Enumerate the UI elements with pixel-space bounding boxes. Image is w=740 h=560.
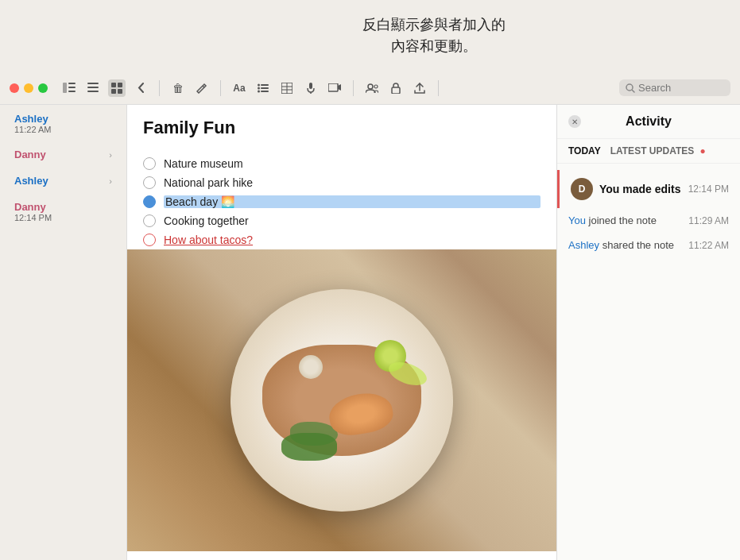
activity-entry-edits: D You made edits 12:14 PM <box>557 170 740 208</box>
svg-rect-0 <box>63 83 67 93</box>
sidebar-time-ashley-1: 11:22 AM <box>14 125 112 134</box>
tooltip-area: 反白顯示參與者加入的 內容和更動。 <box>127 0 740 71</box>
window-controls <box>10 83 48 93</box>
checklist-item-nature[interactable]: Nature museum <box>127 154 556 173</box>
checkbox-hike[interactable] <box>143 176 156 189</box>
sidebar-name-ashley-2: Ashley <box>14 175 48 187</box>
sidebar-time-danny-2: 12:14 PM <box>14 213 112 222</box>
media-icon[interactable] <box>326 79 343 97</box>
sidebar-arrow-ashley-2: › <box>109 176 112 186</box>
activity-close-button[interactable]: ✕ <box>568 115 581 128</box>
list-view-icon[interactable] <box>84 79 102 97</box>
activity-panel: ✕ Activity TODAY LATEST UPDATES ● D You … <box>557 105 740 560</box>
sidebar: Ashley 11:22 AM Danny › Ashley › Danny 1… <box>0 105 127 560</box>
close-button[interactable] <box>10 83 19 93</box>
grid-view-icon[interactable] <box>108 79 126 97</box>
share-icon[interactable] <box>411 79 428 97</box>
activity-shared-row: Ashley shared the note 11:22 AM <box>568 239 729 251</box>
svg-point-14 <box>258 87 260 89</box>
avatar-danny: D <box>571 178 593 200</box>
search-box[interactable] <box>619 79 730 96</box>
svg-rect-22 <box>309 83 312 89</box>
activity-tabs: TODAY LATEST UPDATES ● <box>557 139 740 164</box>
audio-icon[interactable] <box>302 79 320 97</box>
toolbar: 🗑 Aa <box>0 71 740 105</box>
format-list-icon[interactable] <box>254 79 272 97</box>
activity-shared-time: 11:22 AM <box>688 240 729 251</box>
activity-joined-text: You joined the note <box>568 214 657 226</box>
toolbar-separator-1 <box>159 80 160 96</box>
checklist-item-hike[interactable]: National park hike <box>127 173 556 192</box>
table-icon[interactable] <box>278 79 296 97</box>
checkbox-nature[interactable] <box>143 157 156 170</box>
item-text-tacos: How about tacos? <box>164 234 540 246</box>
activity-entry-joined: You joined the note 11:29 AM <box>557 208 740 233</box>
svg-rect-1 <box>68 83 76 84</box>
sidebar-arrow-danny: › <box>109 150 112 160</box>
note-header: Family Fun <box>127 105 556 154</box>
svg-rect-5 <box>87 87 99 88</box>
activity-title: Activity <box>581 114 716 129</box>
svg-rect-24 <box>328 83 338 91</box>
fullscreen-button[interactable] <box>38 83 48 93</box>
edit-icon[interactable] <box>193 79 211 97</box>
sidebar-item-ashley-2[interactable]: Ashley › <box>5 168 122 193</box>
activity-edits-time: 12:14 PM <box>688 183 729 195</box>
back-icon[interactable] <box>132 79 149 97</box>
sidebar-item-danny[interactable]: Danny › <box>5 142 122 167</box>
activity-header: ✕ Activity <box>557 105 740 139</box>
note-area: Family Fun Nature museum National park h… <box>127 105 557 560</box>
toolbar-separator-4 <box>438 80 439 96</box>
checklist-item-cooking[interactable]: Cooking together <box>127 211 556 230</box>
activity-entry-edits-row: D You made edits 12:14 PM <box>571 178 729 200</box>
checklist-item-tacos[interactable]: How about tacos? <box>127 230 556 249</box>
svg-rect-7 <box>111 83 116 87</box>
svg-point-12 <box>258 83 260 86</box>
sidebar-toggle-icon[interactable] <box>60 79 78 97</box>
tab-latest-updates[interactable]: LATEST UPDATES ● <box>610 145 706 156</box>
checkbox-tacos[interactable] <box>143 234 156 246</box>
svg-rect-2 <box>68 87 76 88</box>
tab-today[interactable]: TODAY <box>568 145 601 156</box>
toolbar-separator-3 <box>353 80 354 96</box>
sidebar-name-danny-2: Danny <box>14 201 112 213</box>
checkbox-beach[interactable] <box>143 195 156 208</box>
activity-entry-shared: Ashley shared the note 11:22 AM <box>557 233 740 257</box>
search-input[interactable] <box>638 82 718 94</box>
sidebar-item-danny-2[interactable]: Danny 12:14 PM <box>5 195 122 229</box>
svg-rect-8 <box>118 83 122 87</box>
svg-point-25 <box>368 84 373 89</box>
svg-rect-9 <box>111 89 116 94</box>
activity-joined-time: 11:29 AM <box>688 215 729 226</box>
tooltip-text: 反白顯示參與者加入的 內容和更動。 <box>362 14 506 57</box>
note-image <box>127 249 556 551</box>
svg-point-28 <box>626 84 633 91</box>
svg-line-11 <box>203 86 204 87</box>
lock-icon[interactable] <box>387 79 405 97</box>
item-text-nature: Nature museum <box>164 157 540 170</box>
font-icon[interactable]: Aa <box>231 79 248 97</box>
toolbar-separator-2 <box>220 80 221 96</box>
item-text-beach: Beach day 🌅 <box>164 195 540 208</box>
latest-updates-badge: ● <box>700 145 706 156</box>
svg-rect-17 <box>261 91 269 92</box>
svg-rect-13 <box>261 84 269 86</box>
note-title: Family Fun <box>143 118 540 138</box>
checklist-item-beach[interactable]: Beach day 🌅 <box>127 192 556 211</box>
svg-line-29 <box>633 90 635 92</box>
checkbox-cooking[interactable] <box>143 214 156 227</box>
svg-rect-4 <box>87 83 99 84</box>
minimize-button[interactable] <box>24 83 33 93</box>
activity-entries: D You made edits 12:14 PM You joined the… <box>557 164 740 560</box>
svg-point-16 <box>258 90 260 92</box>
main-layout: Ashley 11:22 AM Danny › Ashley › Danny 1… <box>0 105 740 560</box>
item-text-cooking: Cooking together <box>164 214 540 227</box>
sidebar-name-ashley-1: Ashley <box>14 113 112 125</box>
svg-point-26 <box>374 85 378 88</box>
activity-joined-row: You joined the note 11:29 AM <box>568 214 729 226</box>
delete-icon[interactable]: 🗑 <box>169 79 187 97</box>
item-text-hike: National park hike <box>164 176 540 189</box>
activity-shared-text: Ashley shared the note <box>568 239 674 251</box>
sidebar-item-ashley-1[interactable]: Ashley 11:22 AM <box>5 106 122 141</box>
collab-icon[interactable] <box>363 79 381 97</box>
